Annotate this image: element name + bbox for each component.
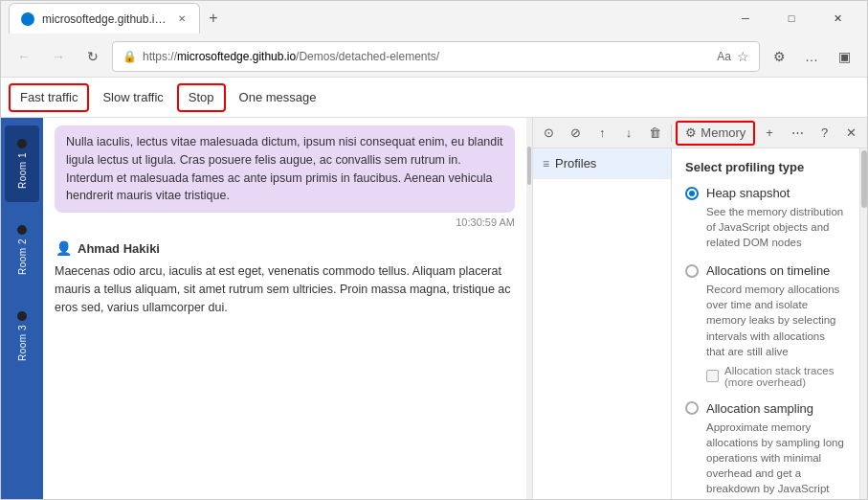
devtools-panel: ⊙ ⊘ ↑ ↓ 🗑 ⚙ Memory + ⋯ ? ✕ bbox=[532, 118, 867, 499]
allocations-timeline-radio[interactable] bbox=[685, 264, 699, 278]
devtools-close-btn[interactable]: ✕ bbox=[838, 121, 863, 146]
tab-close-button[interactable]: ✕ bbox=[176, 11, 188, 26]
devtools-more-btn[interactable]: ⋯ bbox=[786, 121, 811, 146]
room-dot-3 bbox=[17, 311, 27, 321]
profiles-icon: ≡ bbox=[543, 157, 549, 170]
slow-traffic-button[interactable]: Slow traffic bbox=[93, 83, 172, 112]
message-bubble-1: Nulla iaculis, lectus vitae malesuada di… bbox=[55, 125, 515, 213]
devtools-scrollbar[interactable] bbox=[859, 148, 867, 499]
profiles-sidebar: ≡ Profiles bbox=[533, 148, 672, 499]
tab-favicon bbox=[21, 12, 34, 26]
author-name-2: Ahmad Hakiki bbox=[78, 241, 160, 256]
room-item-1[interactable]: Room 1 bbox=[5, 125, 39, 202]
allocation-stack-traces-checkbox[interactable] bbox=[706, 370, 719, 382]
message-author-2: 👤 Ahmad Hakiki bbox=[55, 239, 515, 257]
one-message-button[interactable]: One message bbox=[230, 83, 326, 112]
allocations-timeline-label: Allocations on timeline bbox=[706, 263, 830, 278]
chat-scrollbar[interactable] bbox=[526, 118, 532, 499]
navigation-bar: ← → ↻ 🔒 https://microsoftedge.github.io/… bbox=[1, 35, 867, 78]
heap-snapshot-label: Heap snapshot bbox=[706, 186, 790, 200]
rooms-sidebar: Room 1 Room 2 Room 3 bbox=[1, 118, 43, 499]
room-item-3[interactable]: Room 3 bbox=[5, 298, 39, 375]
title-bar: microsoftedge.github.io/Demos/c ✕ + ─ □ … bbox=[1, 1, 867, 35]
chat-wrapper: Nulla iaculis, lectus vitae malesuada di… bbox=[43, 118, 532, 499]
message-group-2: 👤 Ahmad Hakiki Maecenas odio arcu, iacul… bbox=[43, 234, 526, 326]
chat-content[interactable]: Nulla iaculis, lectus vitae malesuada di… bbox=[43, 118, 526, 499]
devtools-scrollbar-thumb[interactable] bbox=[861, 150, 867, 208]
tab-title: microsoftedge.github.io/Demos/c bbox=[42, 12, 168, 26]
message-time-1: 10:30:59 AM bbox=[55, 216, 515, 228]
heap-snapshot-radio-row[interactable]: Heap snapshot bbox=[685, 186, 846, 200]
author-icon-2: 👤 bbox=[55, 239, 72, 257]
devtools-help-btn[interactable]: ? bbox=[812, 121, 837, 146]
svg-point-0 bbox=[22, 13, 33, 25]
memory-panel: ≡ Profiles Select profiling type Heap sn… bbox=[533, 148, 867, 499]
minimize-button[interactable]: ─ bbox=[723, 3, 768, 34]
gear-icon: ⚙ bbox=[685, 125, 697, 140]
allocations-timeline-radio-row[interactable]: Allocations on timeline bbox=[685, 263, 846, 278]
profiling-options: Select profiling type Heap snapshot See … bbox=[672, 148, 859, 499]
profiles-header[interactable]: ≡ Profiles bbox=[533, 148, 671, 179]
heap-snapshot-desc: See the memory distribution of JavaScrip… bbox=[706, 204, 846, 250]
room-dot-1 bbox=[17, 139, 27, 148]
allocation-sampling-label: Allocation sampling bbox=[706, 401, 813, 416]
heap-snapshot-radio[interactable] bbox=[685, 187, 699, 200]
more-options-button[interactable]: … bbox=[796, 41, 827, 72]
allocation-stack-traces-label: Allocation stack traces (more overhead) bbox=[724, 365, 846, 388]
profiling-title: Select profiling type bbox=[685, 160, 846, 174]
room-item-2[interactable]: Room 2 bbox=[5, 212, 39, 288]
tab-bar: microsoftedge.github.io/Demos/c ✕ + bbox=[9, 3, 718, 34]
app-toolbar: Fast traffic Slow traffic Stop One messa… bbox=[1, 78, 867, 118]
devtools-stop-btn[interactable]: ⊘ bbox=[564, 121, 589, 146]
nav-right-buttons: ⚙ … ▣ bbox=[764, 41, 859, 72]
message-text-1: Nulla iaculis, lectus vitae malesuada di… bbox=[66, 135, 502, 202]
memory-tab-button[interactable]: ⚙ Memory bbox=[676, 121, 755, 146]
profiles-label: Profiles bbox=[555, 156, 596, 170]
room-label-2: Room 2 bbox=[17, 239, 28, 275]
option-heap-snapshot: Heap snapshot See the memory distributio… bbox=[685, 186, 846, 250]
address-path: /Demos/detached-elements/ bbox=[296, 50, 439, 63]
message-group-1: Nulla iaculis, lectus vitae malesuada di… bbox=[43, 118, 526, 234]
room-label-1: Room 1 bbox=[17, 152, 28, 189]
address-bar[interactable]: 🔒 https://microsoftedge.github.io/Demos/… bbox=[112, 41, 760, 72]
chat-scrollbar-thumb[interactable] bbox=[527, 147, 531, 185]
room-label-3: Room 3 bbox=[17, 325, 28, 361]
back-button[interactable]: ← bbox=[9, 41, 39, 72]
read-mode-button[interactable]: Aa bbox=[717, 50, 731, 63]
chat-area: Nulla iaculis, lectus vitae malesuada di… bbox=[43, 118, 532, 499]
option-allocation-sampling: Allocation sampling Approximate memory a… bbox=[685, 401, 846, 499]
devtools-divider-1 bbox=[671, 125, 672, 142]
main-area: Room 1 Room 2 Room 3 Nulla iaculis, lect… bbox=[1, 118, 867, 499]
close-button[interactable]: ✕ bbox=[815, 3, 859, 34]
browser-settings-button[interactable]: ⚙ bbox=[764, 41, 794, 72]
room-dot-2 bbox=[17, 225, 27, 235]
favorites-button[interactable]: ☆ bbox=[737, 49, 749, 64]
new-tab-button[interactable]: + bbox=[200, 5, 227, 32]
address-host: microsoftedge.github.io bbox=[177, 50, 296, 63]
devtools-up-btn[interactable]: ↑ bbox=[590, 121, 614, 146]
lock-icon: 🔒 bbox=[122, 50, 137, 63]
browser-window: microsoftedge.github.io/Demos/c ✕ + ─ □ … bbox=[0, 0, 868, 500]
allocation-sampling-desc: Approximate memory allocations by sampli… bbox=[706, 420, 846, 499]
devtools-toolbar: ⊙ ⊘ ↑ ↓ 🗑 ⚙ Memory + ⋯ ? ✕ bbox=[533, 118, 867, 148]
message-text-2: Maecenas odio arcu, iaculis at est eget,… bbox=[55, 259, 515, 320]
allocation-sampling-radio-row[interactable]: Allocation sampling bbox=[685, 401, 846, 416]
memory-label: Memory bbox=[701, 125, 746, 140]
devtools-delete-btn[interactable]: 🗑 bbox=[643, 121, 668, 146]
devtools-down-btn[interactable]: ↓ bbox=[616, 121, 641, 146]
stop-button[interactable]: Stop bbox=[177, 83, 226, 112]
allocation-sampling-radio[interactable] bbox=[685, 401, 699, 415]
sidebar-button[interactable]: ▣ bbox=[829, 41, 859, 72]
fast-traffic-button[interactable]: Fast traffic bbox=[9, 83, 89, 112]
active-tab[interactable]: microsoftedge.github.io/Demos/c ✕ bbox=[9, 3, 200, 34]
allocations-timeline-desc: Record memory allocations over time and … bbox=[706, 282, 846, 358]
devtools-record-btn[interactable]: ⊙ bbox=[537, 121, 562, 146]
allocation-stack-traces-row[interactable]: Allocation stack traces (more overhead) bbox=[706, 365, 846, 388]
option-allocations-timeline: Allocations on timeline Record memory al… bbox=[685, 263, 846, 387]
window-controls: ─ □ ✕ bbox=[723, 3, 859, 34]
address-url: https://microsoftedge.github.io/Demos/de… bbox=[143, 50, 711, 63]
maximize-button[interactable]: □ bbox=[769, 3, 813, 34]
refresh-button[interactable]: ↻ bbox=[78, 41, 108, 72]
devtools-add-btn[interactable]: + bbox=[757, 121, 782, 146]
forward-button[interactable]: → bbox=[43, 41, 74, 72]
